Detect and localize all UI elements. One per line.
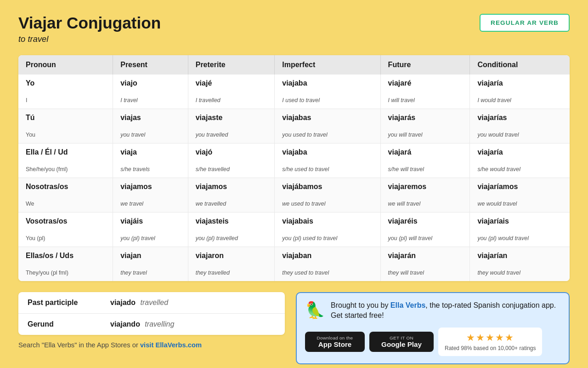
app-store-big-text: App Store xyxy=(318,340,352,348)
gerund-word: viajando xyxy=(110,320,140,328)
conj-main: viajabas xyxy=(282,114,373,122)
conj-main: viajaste xyxy=(196,114,267,122)
conj-main: viajé xyxy=(196,79,267,87)
col-conditional: Conditional xyxy=(470,55,570,75)
conj-main: viajarían xyxy=(477,252,562,260)
app-store-small-text: Download on the xyxy=(317,335,353,340)
table-cell: viajamoswe travel xyxy=(113,178,188,213)
conjugation-table: Pronoun Present Preterite Imperfect Futu… xyxy=(18,55,570,281)
conj-sub: s/he would travel xyxy=(477,166,520,172)
promo-card: 🦜 Brought to you by Ella Verbs, the top-… xyxy=(296,292,570,364)
table-cell: viajabanthey used to travel xyxy=(275,247,380,282)
page-title: Viajar Conjugation xyxy=(18,14,161,32)
pronoun-main: Yo xyxy=(26,79,105,87)
conj-sub: you used to travel xyxy=(282,132,327,138)
conj-sub: I used to travel xyxy=(282,97,320,104)
table-cell: viajasteisyou (pl) travelled xyxy=(188,213,275,247)
conj-main: viajarán xyxy=(388,252,463,260)
title-block: Viajar Conjugation to travel xyxy=(18,14,161,44)
table-cell: viajáisyou (pl) travel xyxy=(113,213,188,247)
google-play-button[interactable]: GET IT ON Google Play xyxy=(369,332,434,352)
table-cell: viajaríasyou would travel xyxy=(470,109,570,144)
table-cell: viajarásyou will travel xyxy=(380,109,470,144)
conj-sub: they would travel xyxy=(477,270,520,276)
conj-sub: s/he travelled xyxy=(196,166,230,172)
col-imperfect: Imperfect xyxy=(275,55,380,75)
conj-main: viajaron xyxy=(196,252,267,260)
app-store-button[interactable]: Download on the App Store xyxy=(305,332,365,352)
conj-main: viajaremos xyxy=(388,183,463,191)
table-row: Ellas/os / UdsThey/you (pl fml)viajanthe… xyxy=(18,247,570,282)
table-header-row: Pronoun Present Preterite Imperfect Futu… xyxy=(18,55,570,75)
conj-main: viajábamos xyxy=(282,183,373,191)
conj-sub: s/he will travel xyxy=(388,166,424,172)
table-cell: viajaríamoswe would travel xyxy=(470,178,570,213)
conj-main: viajarías xyxy=(477,114,562,122)
table-row: Vosotras/osYou (pl)viajáisyou (pl) trave… xyxy=(18,213,570,247)
conj-sub: we travel xyxy=(120,201,143,207)
col-future: Future xyxy=(380,55,470,75)
gerund-value: viajando travelling xyxy=(101,314,285,335)
table-row: TúYouviajasyou travelviajasteyou travell… xyxy=(18,109,570,144)
table-cell: viajamoswe travelled xyxy=(188,178,275,213)
conj-main: viajas xyxy=(120,114,181,122)
pronoun-sub: They/you (pl fml) xyxy=(26,270,68,276)
past-participle-label: Past participle xyxy=(18,292,101,314)
promo-buttons: Download on the App Store GET IT ON Goog… xyxy=(305,328,560,356)
table-cell: viajaréisyou (pl) will travel xyxy=(380,213,470,247)
conj-main: viajamos xyxy=(120,183,181,191)
conj-sub: they travel xyxy=(120,270,147,276)
conj-main: viajabais xyxy=(282,217,373,225)
rating-stars: ★★★★★ xyxy=(445,332,536,343)
table-cell: viajabaI used to travel xyxy=(275,75,380,109)
conj-main: viajo xyxy=(120,79,181,87)
conj-sub: they will travel xyxy=(388,270,424,276)
conj-sub: you would travel xyxy=(477,132,519,138)
conj-main: viajó xyxy=(196,148,267,156)
conj-main: viajaría xyxy=(477,148,562,156)
promo-text: Brought to you by Ella Verbs, the top-ra… xyxy=(331,300,560,321)
promo-top: 🦜 Brought to you by Ella Verbs, the top-… xyxy=(305,300,560,321)
brand-link[interactable]: Ella Verbs xyxy=(390,301,426,309)
promo-icon: 🦜 xyxy=(305,300,325,320)
table-cell: viajaremoswe will travel xyxy=(380,178,470,213)
google-play-small-text: GET IT ON xyxy=(390,335,413,340)
table-cell: Vosotras/osYou (pl) xyxy=(18,213,113,247)
ella-verbs-link[interactable]: visit EllaVerbs.com xyxy=(140,341,202,349)
table-row: YoIviajoI travelviajéI travelledviajabaI… xyxy=(18,75,570,109)
table-cell: viajabasyou used to travel xyxy=(275,109,380,144)
bottom-section: Past participle viajado travelled Gerund… xyxy=(18,292,570,364)
table-cell: TúYou xyxy=(18,109,113,144)
conj-main: viajaba xyxy=(282,148,373,156)
verb-translation: to travel xyxy=(18,34,161,44)
conj-sub: you (pl) travel xyxy=(120,235,155,242)
table-cell: viajós/he travelled xyxy=(188,144,275,178)
col-pronoun: Pronoun xyxy=(18,55,113,75)
verb-type-badge: REGULAR AR VERB xyxy=(480,14,570,32)
table-cell: viajaréI will travel xyxy=(380,75,470,109)
conj-main: viajarás xyxy=(388,114,463,122)
table-cell: Nosotras/osWe xyxy=(18,178,113,213)
conj-main: viajaríais xyxy=(477,217,562,225)
table-row: Nosotras/osWeviajamoswe travelviajamoswe… xyxy=(18,178,570,213)
past-participle-word: viajado xyxy=(110,299,136,306)
past-participle-row: Past participle viajado travelled xyxy=(18,292,285,314)
pronoun-main: Nosotras/os xyxy=(26,183,105,191)
table-row: Ella / Él / UdShe/he/you (fml)viajas/he … xyxy=(18,144,570,178)
pronoun-main: Vosotras/os xyxy=(26,217,105,225)
conj-main: viajamos xyxy=(196,183,267,191)
table-cell: viajanthey travel xyxy=(113,247,188,282)
conj-main: viajaba xyxy=(282,79,373,87)
conj-sub: you (pl) used to travel xyxy=(282,235,337,242)
table-cell: viajábamoswe used to travel xyxy=(275,178,380,213)
table-cell: viajarías/he would travel xyxy=(470,144,570,178)
pronoun-main: Ella / Él / Ud xyxy=(26,148,105,156)
table-cell: viajoI travel xyxy=(113,75,188,109)
table-cell: viajaránthey will travel xyxy=(380,247,470,282)
table-cell: viajaríaI would travel xyxy=(470,75,570,109)
conj-sub: you travelled xyxy=(196,132,228,138)
google-play-big-text: Google Play xyxy=(381,340,422,348)
pronoun-main: Tú xyxy=(26,114,105,122)
table-cell: Ella / Él / UdShe/he/you (fml) xyxy=(18,144,113,178)
past-participle-translation: travelled xyxy=(141,299,168,306)
